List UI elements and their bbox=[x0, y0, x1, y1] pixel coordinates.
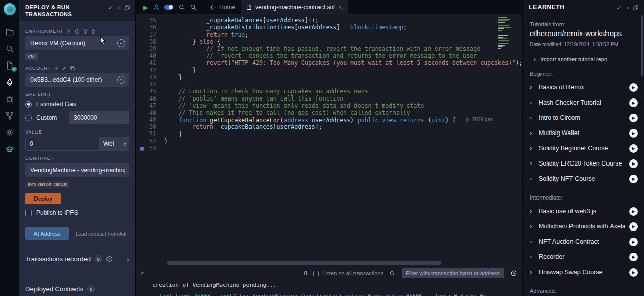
estimated-gas-option[interactable]: Estimated Gas bbox=[25, 101, 129, 108]
play-tutorial-icon[interactable]: ▶ bbox=[629, 268, 638, 277]
publish-to-ipfs-checkbox[interactable] bbox=[25, 210, 32, 216]
contract-select[interactable]: VendingMachine - vending-machine-contrac… bbox=[25, 163, 129, 177]
code-line[interactable]: 46 // 'public' means anyone can call thi… bbox=[136, 95, 522, 102]
tutorial-item[interactable]: ›Intro to Circom▶ bbox=[530, 110, 638, 125]
deploy-and-run-icon[interactable] bbox=[0, 74, 19, 90]
code-line[interactable]: 41 revert("HTTP 429: Too Many Cupcakes (… bbox=[136, 59, 522, 67]
listen-checkbox[interactable] bbox=[313, 271, 319, 276]
tutorial-item[interactable]: ›Solidity ERC20 Token Course▶ bbox=[530, 156, 638, 171]
code-line[interactable]: 52} bbox=[136, 138, 522, 145]
ai-assistant-icon[interactable] bbox=[153, 4, 160, 11]
custom-gas-input[interactable] bbox=[69, 111, 129, 124]
at-address-button[interactable]: At Address bbox=[25, 227, 69, 240]
play-tutorial-icon[interactable]: ▶ bbox=[629, 207, 638, 216]
zoom-out-icon[interactable] bbox=[190, 4, 197, 11]
play-tutorial-icon[interactable]: ▶ bbox=[629, 98, 638, 107]
transaction-summary-line[interactable]: [vm] from: 0x5B3...eddC4 to: VendingMach… bbox=[152, 293, 522, 296]
horizontal-scrollbar[interactable] bbox=[167, 261, 441, 265]
learneth-plugin-icon[interactable] bbox=[0, 141, 19, 157]
popout-window-icon[interactable] bbox=[124, 5, 130, 11]
breakpoint-dot[interactable] bbox=[140, 147, 144, 151]
code-line[interactable]: 49 function getCupcakeBalanceFor(address… bbox=[136, 116, 522, 123]
tutorial-item[interactable]: ›Multisig Wallet▶ bbox=[530, 125, 638, 141]
search-icon[interactable] bbox=[389, 270, 396, 276]
delete-state-icon[interactable] bbox=[91, 29, 96, 34]
tab-vending-machine-contract[interactable]: vending-machine-contract.sol bbox=[241, 0, 348, 14]
popout-window-icon[interactable] bbox=[633, 5, 639, 11]
play-tutorial-icon[interactable]: ▶ bbox=[629, 222, 638, 231]
search-icon[interactable] bbox=[0, 40, 19, 57]
import-tutorial-repo[interactable]: › Import another tutorial repo bbox=[530, 56, 638, 62]
transactions-recorded-row[interactable]: Transactions recorded 0 i › bbox=[19, 249, 135, 270]
code-line[interactable]: 35 _cupcakeBalances[userAddress]++; bbox=[136, 17, 522, 24]
play-tutorial-icon[interactable]: ▶ bbox=[629, 253, 638, 261]
file-explorer-icon[interactable] bbox=[0, 23, 19, 40]
close-tab-icon[interactable] bbox=[338, 5, 343, 10]
code-line[interactable]: 53 bbox=[136, 145, 522, 152]
code-line[interactable]: 37 return true; bbox=[136, 31, 522, 38]
code-line[interactable]: 40 // 'revert' cancels the transaction a… bbox=[136, 52, 522, 59]
play-tutorial-icon[interactable]: ▶ bbox=[629, 175, 638, 183]
custom-gas-option[interactable]: Custom bbox=[25, 111, 129, 124]
code-line[interactable]: 38 } else { bbox=[136, 38, 522, 45]
pending-transactions-icon[interactable] bbox=[510, 270, 517, 277]
estimated-gas-radio[interactable] bbox=[25, 101, 32, 108]
code-line[interactable]: 43 } bbox=[136, 74, 522, 81]
code-line[interactable]: 36 _cupcakeDistributionTimes[userAddress… bbox=[136, 24, 522, 31]
play-tutorial-icon[interactable]: ▶ bbox=[629, 83, 638, 92]
environment-select[interactable]: Remix VM (Cancun) › bbox=[25, 36, 129, 50]
git-icon[interactable] bbox=[0, 107, 19, 124]
fork-state-icon[interactable] bbox=[83, 29, 88, 34]
tutorial-item[interactable]: ›Solidity NFT Course▶ bbox=[530, 171, 638, 186]
tutorial-item[interactable]: ›Recorder▶ bbox=[530, 249, 638, 265]
run-script-icon[interactable]: ▶ bbox=[143, 4, 148, 11]
value-input[interactable] bbox=[25, 137, 100, 151]
code-line[interactable]: 50 return _cupcakeBalances[userAddress]; bbox=[136, 123, 522, 130]
zoom-in-icon[interactable] bbox=[178, 4, 185, 11]
collapse-terminal-icon[interactable]: » bbox=[141, 270, 144, 277]
pin-icon[interactable] bbox=[66, 29, 71, 34]
settings-icon[interactable] bbox=[0, 124, 19, 141]
code-editor[interactable]: 35 _cupcakeBalances[userAddress]++;36 _c… bbox=[136, 14, 522, 267]
play-tutorial-icon[interactable]: ▶ bbox=[629, 144, 638, 153]
code-line[interactable]: 48 // This makes it free to call (no gas… bbox=[136, 109, 522, 116]
info-icon[interactable] bbox=[75, 29, 80, 34]
play-tutorial-icon[interactable]: ▶ bbox=[629, 238, 638, 246]
value-unit-select[interactable]: Wei ▴▾ bbox=[100, 137, 129, 151]
tutorial-item[interactable]: ›NFT Auction Contract▶ bbox=[530, 234, 638, 249]
account-select[interactable]: 0x5B3...eddC4 (100 ether) › bbox=[25, 73, 129, 87]
ai-copilot-toggle[interactable] bbox=[164, 5, 173, 10]
tutorial-item[interactable]: ›Uniswap Swap Course▶ bbox=[530, 265, 638, 280]
at-address-input[interactable] bbox=[72, 227, 129, 240]
code-line[interactable]: 47 // 'view' means this function only re… bbox=[136, 102, 522, 109]
deploy-button[interactable]: Deploy bbox=[25, 193, 61, 204]
code-line[interactable]: 45 // Function to check how many cupcake… bbox=[136, 88, 522, 95]
play-tutorial-icon[interactable]: ▶ bbox=[629, 159, 638, 168]
info-icon[interactable]: i bbox=[106, 256, 112, 262]
remix-logo-icon[interactable] bbox=[4, 3, 16, 15]
solidity-compiler-icon[interactable]: ✓ bbox=[0, 57, 19, 74]
vertical-scrollbar[interactable] bbox=[641, 15, 643, 76]
tab-home[interactable]: Home bbox=[205, 0, 241, 14]
chevron-right-icon[interactable]: › bbox=[118, 5, 120, 11]
code-line[interactable]: 51 } bbox=[136, 130, 522, 138]
play-tutorial-icon[interactable]: ▶ bbox=[629, 114, 638, 122]
code-line[interactable]: 44 bbox=[136, 81, 522, 88]
custom-gas-radio[interactable] bbox=[25, 115, 32, 121]
chevron-right-icon[interactable]: › bbox=[626, 5, 628, 11]
sign-message-icon[interactable] bbox=[62, 65, 67, 71]
debugger-icon[interactable] bbox=[0, 90, 19, 107]
chevron-right-icon[interactable]: › bbox=[127, 256, 129, 262]
publish-to-ipfs-option[interactable]: Publish to IPFS bbox=[25, 209, 129, 216]
copy-account-icon[interactable] bbox=[70, 65, 75, 71]
play-tutorial-icon[interactable]: ▶ bbox=[629, 129, 638, 138]
minimap[interactable] bbox=[498, 17, 515, 68]
tutorial-item[interactable]: ›Multichain Protocols with Axelar▶ bbox=[530, 219, 638, 234]
tutorial-item[interactable]: ›Basic use of web3.js▶ bbox=[530, 204, 638, 219]
add-account-icon[interactable] bbox=[54, 65, 59, 71]
listen-all-transactions-option[interactable]: Listen on all transactions bbox=[313, 270, 383, 276]
code-line[interactable]: 42 } bbox=[136, 67, 522, 74]
code-line[interactable]: 39 // If not enough time has passed, rev… bbox=[136, 45, 522, 52]
tutorial-item[interactable]: ›Solidity Beginner Course▶ bbox=[530, 141, 638, 156]
tutorial-item[interactable]: ›Hash Checker Tutorial▶ bbox=[530, 95, 638, 110]
